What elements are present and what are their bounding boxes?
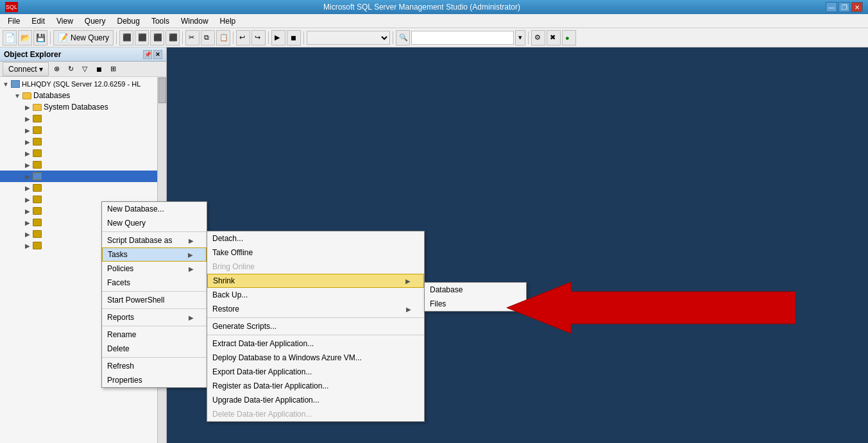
restore-button[interactable]: ❐ — [838, 2, 850, 12]
tree-db-2[interactable]: ▶ — [0, 124, 166, 136]
tasks-export-datatier[interactable]: Export Data-tier Application... — [207, 365, 424, 379]
db10-expand[interactable]: ▶ — [23, 218, 32, 227]
tree-db-7[interactable]: ▶ — [0, 182, 166, 194]
oe-filter-btn[interactable]: ▽ — [78, 63, 91, 76]
toolbar-btn-5[interactable]: ⬛ — [150, 30, 164, 46]
ctx-reports[interactable]: Reports ▶ — [102, 310, 207, 324]
db5-expand[interactable]: ▶ — [23, 160, 32, 169]
tasks-sep-1 — [207, 317, 424, 318]
oe-close-btn[interactable]: ✕ — [153, 50, 162, 59]
menu-help[interactable]: Help — [215, 15, 241, 27]
close-button[interactable]: ✕ — [851, 2, 863, 12]
tasks-generate-scripts[interactable]: Generate Scripts... — [207, 319, 424, 333]
db3-icon — [32, 137, 42, 147]
toolbar-redo[interactable]: ↪ — [251, 30, 266, 46]
tasks-shrink[interactable]: Shrink ▶ — [207, 274, 424, 288]
toolbar-btn-6[interactable]: ⬛ — [166, 30, 180, 46]
db8-icon — [32, 194, 42, 205]
toolbar-save-btn[interactable]: 💾 — [33, 30, 47, 46]
toolbar-copy[interactable]: ⧉ — [201, 30, 215, 46]
databases-expand[interactable]: ▼ — [13, 91, 22, 100]
tasks-restore[interactable]: Restore ▶ — [207, 302, 424, 316]
ctx-sep-2 — [102, 291, 207, 292]
tasks-detach[interactable]: Detach... — [207, 231, 424, 246]
toolbar-open-btn[interactable]: 📂 — [18, 30, 32, 46]
toolbar-btn-a[interactable]: ▶ — [271, 30, 285, 46]
sysdb-expand[interactable]: ▶ — [23, 103, 32, 112]
tree-db-1[interactable]: ▶ — [0, 113, 166, 124]
db11-expand[interactable]: ▶ — [23, 230, 32, 238]
ctx-new-database[interactable]: New Database... — [102, 202, 207, 216]
ctx-refresh[interactable]: Refresh — [102, 359, 207, 373]
db9-expand[interactable]: ▶ — [23, 206, 32, 215]
toolbar-search-btn[interactable]: 🔍 — [396, 30, 410, 46]
menu-view[interactable]: View — [51, 15, 78, 27]
toolbar-paste[interactable]: 📋 — [216, 30, 230, 46]
db1-expand[interactable]: ▶ — [23, 114, 32, 123]
tree-db-5[interactable]: ▶ — [0, 159, 166, 171]
oe-refresh-btn[interactable]: ↻ — [64, 63, 77, 76]
oe-disconnect-btn[interactable]: ⊗ — [50, 63, 63, 76]
oe-pin-btn[interactable]: 📌 — [143, 50, 152, 59]
ctx-delete[interactable]: Delete — [102, 342, 207, 356]
menu-file[interactable]: File — [3, 15, 25, 27]
toolbar-btn-3[interactable]: ⬛ — [119, 30, 133, 46]
tasks-register-datatier[interactable]: Register as Data-tier Application... — [207, 379, 424, 393]
ctx-rename[interactable]: Rename — [102, 328, 207, 342]
toolbar-search-input[interactable] — [411, 31, 514, 45]
tasks-back-up[interactable]: Back Up... — [207, 288, 424, 302]
menu-debug[interactable]: Debug — [112, 15, 145, 27]
toolbar-dropdown-btn[interactable]: ▾ — [515, 30, 525, 46]
new-query-button[interactable]: 📝 New Query — [53, 30, 114, 46]
menu-tools[interactable]: Tools — [146, 15, 174, 27]
tree-databases-node[interactable]: ▼ Databases — [0, 90, 166, 101]
oe-stop-btn[interactable]: ⏹ — [92, 63, 105, 76]
db4-expand[interactable]: ▶ — [23, 149, 32, 158]
tasks-take-offline[interactable]: Take Offline — [207, 246, 424, 260]
toolbar-sep-6 — [303, 31, 304, 44]
server-expand[interactable]: ▼ — [1, 79, 10, 88]
tree-db-selected[interactable]: ▶ — [0, 171, 166, 182]
search-icon: 🔍 — [399, 33, 408, 42]
toolbar-btn-4[interactable]: ⬛ — [135, 30, 149, 46]
menu-edit[interactable]: Edit — [26, 15, 50, 27]
icon-c: ⚙ — [534, 33, 541, 42]
oe-header: Object Explorer 📌 ✕ — [0, 47, 166, 62]
toolbar-new-btn[interactable]: 📄 — [3, 30, 17, 46]
ctx-policies[interactable]: Policies ▶ — [102, 262, 207, 276]
db12-expand[interactable]: ▶ — [23, 241, 32, 250]
connect-button[interactable]: Connect ▾ — [3, 62, 49, 76]
new-document-icon: 📄 — [4, 33, 15, 43]
tasks-deploy-azure[interactable]: Deploy Database to a Windows Azure VM... — [207, 351, 424, 365]
db-sel-expand[interactable]: ▶ — [23, 172, 32, 181]
oe-expand-btn[interactable]: ⊞ — [106, 63, 119, 76]
ctx-tasks[interactable]: Tasks ▶ — [102, 247, 207, 262]
toolbar-btn-d[interactable]: ✖ — [547, 30, 561, 46]
toolbar-btn-b[interactable]: ⏹ — [287, 30, 301, 46]
tasks-extract-datatier[interactable]: Extract Data-tier Application... — [207, 337, 424, 351]
toolbar-btn-e[interactable]: ● — [562, 30, 576, 46]
db8-expand[interactable]: ▶ — [23, 195, 32, 204]
database-selector[interactable] — [307, 31, 390, 45]
db3-expand[interactable]: ▶ — [23, 137, 32, 146]
tasks-upgrade-datatier[interactable]: Upgrade Data-tier Application... — [207, 393, 424, 407]
db7-expand[interactable]: ▶ — [23, 183, 32, 192]
toolbar-cut[interactable]: ✂ — [185, 30, 200, 46]
ctx-script-database[interactable]: Script Database as ▶ — [102, 233, 207, 247]
tree-db-4[interactable]: ▶ — [0, 147, 166, 159]
db2-expand[interactable]: ▶ — [23, 126, 32, 135]
minimize-button[interactable]: — — [826, 2, 837, 12]
toolbar-btn-c[interactable]: ⚙ — [531, 30, 545, 46]
menu-query[interactable]: Query — [80, 15, 111, 27]
ctx-start-powershell[interactable]: Start PowerShell — [102, 293, 207, 307]
tree-server-node[interactable]: ▼ HLHQDY (SQL Server 12.0.6259 - HL — [0, 78, 166, 90]
menu-window[interactable]: Window — [176, 15, 214, 27]
tasks-arrow: ▶ — [188, 251, 193, 258]
tree-db-3[interactable]: ▶ — [0, 136, 166, 147]
tree-system-databases[interactable]: ▶ System Databases — [0, 101, 166, 113]
toolbar-undo[interactable]: ↩ — [236, 30, 250, 46]
ctx-new-query[interactable]: New Query — [102, 216, 207, 230]
ctx-facets[interactable]: Facets — [102, 276, 207, 290]
ctx-properties[interactable]: Properties — [102, 373, 207, 387]
oe-scroll-thumb[interactable] — [158, 78, 166, 103]
